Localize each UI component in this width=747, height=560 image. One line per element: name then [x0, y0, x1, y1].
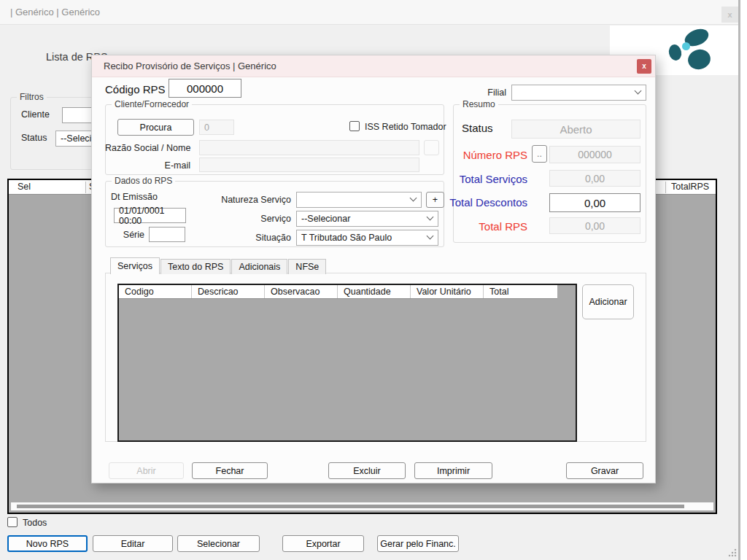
- resize-grip[interactable]: [728, 548, 737, 557]
- codigo-rps-label: Código RPS: [105, 83, 166, 96]
- cliente-filter-label: Cliente: [21, 109, 50, 120]
- dialog-close-button[interactable]: x: [637, 59, 651, 74]
- dt-emissao-input[interactable]: 01/01/0001 00:00: [114, 208, 186, 223]
- dt-emissao-label: Dt Emissão: [111, 192, 158, 202]
- items-grid[interactable]: Codigo Descricao Observacao Quantidade V…: [117, 284, 577, 442]
- tab-strip: ServiçosTexto do RPSAdicionaisNFSe: [110, 257, 327, 274]
- razao-social-field: [199, 140, 419, 155]
- natureza-servico-select[interactable]: [296, 192, 422, 208]
- filial-select[interactable]: [511, 85, 646, 101]
- rps-dialog: Recibo Provisório de Serviços | Genérico…: [91, 55, 656, 483]
- items-grid-header-row: Codigo Descricao Observacao Quantidade V…: [119, 285, 557, 299]
- razao-social-label: Razão Social / Nome: [105, 143, 190, 153]
- dados-rps-legend: Dados do RPS: [112, 176, 175, 186]
- total-servicos-label: Total Serviços: [442, 173, 527, 185]
- codigo-rps-input[interactable]: 000000: [169, 79, 241, 98]
- gravar-button[interactable]: Gravar: [566, 462, 643, 479]
- cliente-fornecedor-legend: Cliente/Fornecedor: [112, 99, 192, 109]
- chevron-down-icon: [427, 233, 434, 240]
- tab-nfse[interactable]: NFSe: [288, 259, 326, 274]
- natureza-servico-label: Natureza Serviço: [187, 195, 291, 205]
- tab-texto-do-rps[interactable]: Texto do RPS: [160, 259, 231, 274]
- main-window-close-button[interactable]: x: [721, 7, 738, 23]
- situacao-value: T Tributado São Paulo: [301, 233, 392, 243]
- total-rps-field: 0,00: [549, 217, 640, 234]
- selecionar-button[interactable]: Selecionar: [177, 535, 260, 552]
- email-field: [199, 158, 419, 172]
- gerar-pelo-financ-button[interactable]: Gerar pelo Financ.: [377, 535, 459, 552]
- todos-label: Todos: [23, 518, 47, 528]
- col-descricao[interactable]: Descricao: [192, 285, 265, 298]
- status-label: Status: [462, 122, 493, 134]
- rps-list-col-sel[interactable]: Sel: [18, 180, 31, 194]
- logo-ellipse-bottom: [686, 47, 713, 72]
- chevron-down-icon: [427, 214, 434, 221]
- adicionar-button[interactable]: Adicionar: [582, 284, 634, 319]
- col-observacao[interactable]: Observacao: [265, 285, 338, 298]
- numero-rps-lookup-button[interactable]: ..: [532, 145, 547, 163]
- chevron-down-icon: [635, 88, 642, 95]
- filial-label: Filial: [460, 88, 506, 98]
- filtros-legend: Filtros: [17, 92, 47, 102]
- fechar-button[interactable]: Fechar: [192, 462, 268, 479]
- column-separator: [85, 182, 86, 193]
- horizontal-scrollbar[interactable]: [11, 502, 713, 510]
- editar-button[interactable]: Editar: [93, 535, 173, 552]
- tab-adicionais[interactable]: Adicionais: [231, 259, 287, 274]
- status-field: Aberto: [511, 120, 640, 139]
- razao-social-lookup-button: [424, 140, 439, 155]
- main-window-title: | Genérico | Genérico: [10, 0, 100, 25]
- dialog-title: Recibo Provisório de Serviços | Genérico: [104, 55, 276, 77]
- col-codigo[interactable]: Codigo: [119, 285, 192, 298]
- tab-servicos[interactable]: Serviços: [110, 257, 160, 274]
- cliente-codigo-field: 0: [199, 120, 234, 135]
- total-descontos-input[interactable]: 0,00: [549, 193, 640, 212]
- logo-ellipse-left: [667, 43, 683, 61]
- col-total[interactable]: Total: [484, 285, 557, 298]
- column-separator: [665, 182, 666, 193]
- situacao-select[interactable]: T Tributado São Paulo: [296, 230, 438, 246]
- dialog-titlebar[interactable]: Recibo Provisório de Serviços | Genérico: [92, 55, 655, 77]
- rps-list-col-totalrps[interactable]: TotalRPS: [671, 180, 709, 194]
- procura-button[interactable]: Procura: [117, 119, 194, 136]
- email-label: E-mail: [105, 160, 190, 171]
- col-quantidade[interactable]: Quantidade: [338, 285, 411, 298]
- servico-select[interactable]: --Selecionar: [296, 211, 438, 227]
- servico-value: --Selecionar: [301, 214, 350, 224]
- situacao-label: Situação: [187, 233, 291, 243]
- logo-dot-icon: [682, 42, 690, 50]
- iss-retido-checkbox[interactable]: [349, 121, 360, 131]
- abrir-button: Abrir: [109, 462, 184, 479]
- col-valor-unitario[interactable]: Valor Unitário: [411, 285, 484, 298]
- novo-rps-button[interactable]: Novo RPS: [7, 535, 88, 552]
- iss-retido-label: ISS Retido Tomador: [365, 122, 446, 132]
- main-window-titlebar: | Genérico | Genérico: [0, 0, 738, 25]
- serie-label: Série: [105, 230, 144, 240]
- resumo-legend: Resumo: [460, 99, 498, 109]
- exportar-button[interactable]: Exportar: [282, 535, 364, 552]
- todos-checkbox[interactable]: [7, 517, 18, 527]
- total-rps-label: Total RPS: [442, 220, 527, 233]
- serie-input[interactable]: [149, 227, 185, 242]
- servico-label: Serviço: [187, 214, 291, 224]
- numero-rps-field: 000000: [549, 146, 640, 163]
- total-descontos-label: Total Descontos: [442, 196, 527, 209]
- imprimir-button[interactable]: Imprimir: [414, 462, 492, 479]
- numero-rps-label: Número RPS: [442, 149, 527, 161]
- scrollbar-thumb[interactable]: [17, 505, 684, 508]
- status-filter-label: Status: [21, 133, 47, 143]
- total-servicos-field: 0,00: [549, 170, 640, 187]
- excluir-button[interactable]: Excluir: [328, 462, 406, 479]
- chevron-down-icon: [410, 195, 417, 202]
